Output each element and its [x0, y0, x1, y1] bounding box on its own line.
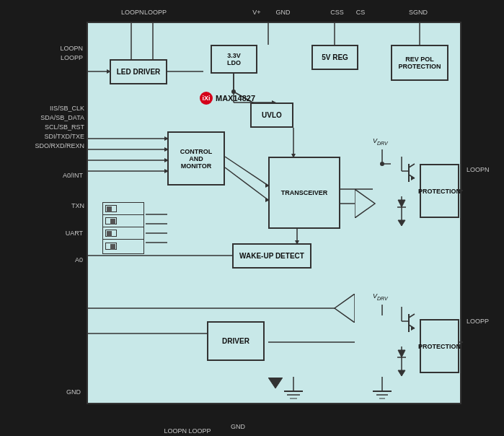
uvlo-block: UVLO — [250, 103, 293, 128]
svg-marker-64 — [398, 200, 405, 207]
diagram-container: LED DRIVER 3.3VLDO 5V REG REV POLPROTECT… — [87, 22, 461, 404]
svg-marker-68 — [335, 294, 355, 323]
wakeup-detect-block: WAKE-UP DETECT — [232, 243, 311, 269]
vreg-block: 5V REG — [311, 45, 358, 70]
led-driver-block: LED DRIVER — [110, 59, 167, 84]
protection-bottom-block: PROTECTION — [420, 319, 459, 373]
svg-marker-67 — [398, 220, 405, 226]
ldo-block: 3.3VLDO — [211, 45, 257, 74]
label-loopn-top: LOOPN — [121, 9, 143, 16]
amplifier-bottom — [333, 294, 355, 323]
label-sda: SDA/SB_DATA — [1, 114, 84, 121]
dip-switch — [102, 202, 144, 254]
transistor-top — [387, 157, 416, 229]
label-loopp-left: LOOPP — [4, 54, 83, 61]
transistor-bottom — [387, 307, 416, 379]
label-sgnd-top: SGND — [407, 9, 429, 16]
label-uart: UART — [25, 230, 83, 237]
label-txn: TXN — [30, 202, 84, 209]
label-iis-sb-clk: IIS/SB_CLK — [1, 105, 84, 112]
driver-block: DRIVER — [207, 321, 265, 361]
label-gnd-top: GND — [274, 9, 292, 16]
svg-point-55 — [380, 162, 384, 166]
label-loopn-left: LOOPN — [4, 45, 83, 52]
amplifier-top — [355, 189, 376, 218]
svg-marker-76 — [398, 350, 405, 357]
label-loopp-top: LOOPP — [144, 9, 166, 16]
label-sdo: SDO/RXD/REXN — [1, 142, 84, 149]
svg-line-60 — [409, 164, 415, 167]
svg-line-72 — [409, 314, 415, 318]
label-loopp-right: LOOPP — [467, 318, 489, 325]
label-cs-top: CS — [353, 9, 368, 16]
rev-pol-block: REV POLPROTECTION — [391, 45, 448, 81]
control-monitor-block: CONTROLANDMONITOR — [167, 131, 225, 186]
vdrv-top-label: VDRV — [373, 137, 388, 146]
label-scl: SCL/SB_RST — [1, 123, 84, 131]
label-vplus-top: V+ — [249, 9, 264, 16]
label-loopnp-bottom: LOOPN LOOPP — [159, 427, 216, 435]
label-gnd-left: GND — [23, 388, 81, 396]
label-loopn-right: LOOPN — [467, 166, 490, 173]
max-logo: iXi MAX14827 — [200, 92, 255, 105]
label-gnd-bottom: GND — [224, 423, 252, 430]
maxim-icon: iXi — [200, 92, 213, 105]
svg-marker-56 — [355, 189, 375, 218]
label-sdi: SDI/TXD/TXE — [1, 133, 84, 140]
transceiver-block: TRANSCEIVER — [268, 157, 340, 229]
vdrv-bottom-label: VDRV — [373, 292, 388, 301]
svg-line-24 — [225, 167, 268, 200]
protection-top-block: PROTECTION — [420, 164, 459, 218]
label-css-top: CSS — [328, 9, 346, 16]
ground-bottom — [268, 378, 283, 399]
svg-marker-80 — [268, 378, 283, 388]
svg-marker-79 — [398, 370, 405, 376]
svg-line-22 — [225, 157, 268, 186]
label-a0-int: A0/INT — [18, 172, 83, 179]
label-a0: A0 — [43, 256, 83, 263]
